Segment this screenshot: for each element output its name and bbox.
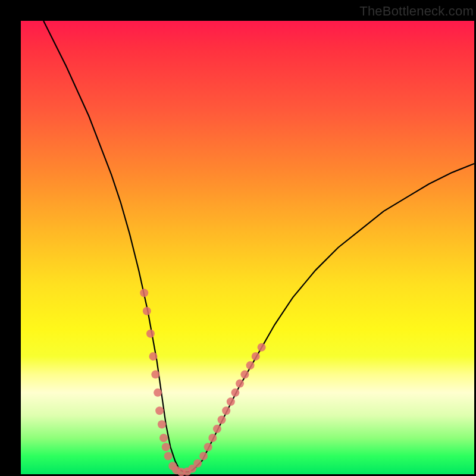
marker-dot xyxy=(252,352,260,361)
marker-dot xyxy=(208,434,217,442)
marker-dot xyxy=(164,452,173,461)
marker-dot xyxy=(154,389,162,397)
marker-dot xyxy=(213,425,221,433)
marker-dot xyxy=(231,389,239,397)
marker-dot xyxy=(146,330,155,338)
chart-frame: TheBottleneck.com xyxy=(0,0,476,476)
sample-markers xyxy=(140,289,265,476)
chart-svg xyxy=(21,21,474,474)
marker-dot xyxy=(193,459,202,468)
marker-dot xyxy=(236,380,244,388)
marker-dot xyxy=(258,343,266,352)
marker-dot xyxy=(199,452,208,461)
marker-dot xyxy=(222,406,230,415)
marker-dot xyxy=(204,443,212,451)
plot-area xyxy=(21,21,474,474)
marker-dot xyxy=(149,352,158,361)
marker-dot xyxy=(158,420,166,428)
marker-dot xyxy=(140,289,148,297)
marker-dot xyxy=(162,443,170,451)
marker-dot xyxy=(240,370,249,378)
marker-dot xyxy=(155,406,164,415)
watermark-text: TheBottleneck.com xyxy=(359,4,474,19)
marker-dot xyxy=(143,307,151,315)
marker-dot xyxy=(151,370,159,378)
marker-dot xyxy=(159,434,168,442)
marker-dot xyxy=(246,361,255,369)
marker-dot xyxy=(227,397,235,406)
marker-dot xyxy=(218,416,226,424)
bottleneck-curve xyxy=(43,21,474,472)
